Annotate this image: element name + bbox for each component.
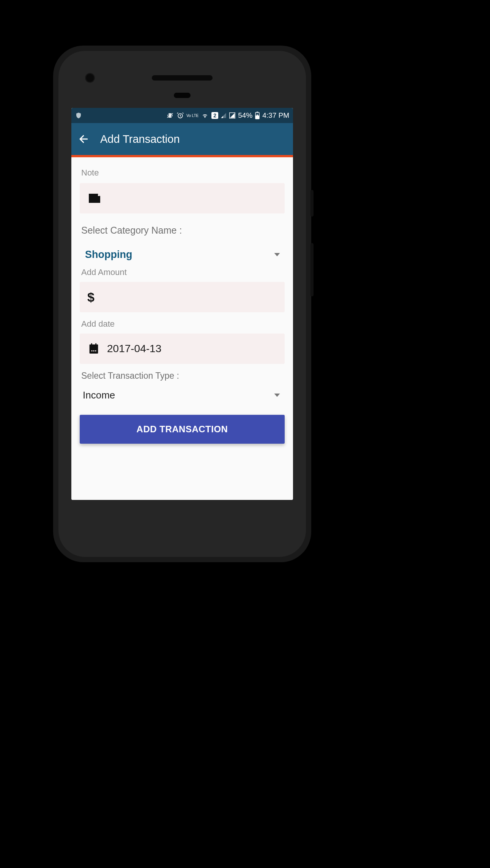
wifi-icon — [201, 112, 209, 119]
note-input[interactable] — [109, 193, 277, 204]
svg-point-9 — [95, 350, 96, 351]
note-label: Note — [81, 168, 285, 178]
add-transaction-button[interactable]: ADD TRANSACTION — [80, 415, 285, 444]
phone-sensor — [174, 93, 191, 98]
type-label: Select Transaction Type : — [81, 371, 285, 381]
status-bar: Vo LTE 2 54% — [71, 108, 293, 123]
dollar-icon: $ — [87, 290, 95, 305]
chevron-down-icon — [274, 394, 280, 397]
amount-field[interactable]: $ — [80, 282, 285, 312]
svg-rect-6 — [91, 347, 97, 353]
calendar-icon — [87, 342, 100, 355]
note-icon — [87, 193, 102, 204]
phone-camera — [85, 73, 95, 83]
svg-rect-4 — [257, 112, 258, 112]
screen: Vo LTE 2 54% — [71, 108, 293, 500]
submit-label: ADD TRANSACTION — [137, 424, 228, 435]
page-title: Add Transaction — [100, 133, 180, 145]
amount-label: Add Amount — [81, 267, 285, 277]
signal-strong-icon — [229, 112, 236, 119]
back-button[interactable] — [78, 133, 90, 145]
category-label: Select Category Name : — [81, 225, 285, 236]
volte-icon: Vo LTE — [186, 114, 199, 117]
battery-charging-icon — [255, 112, 260, 119]
category-value: Shopping — [85, 249, 132, 261]
vibrate-mute-icon — [166, 112, 174, 119]
svg-point-7 — [91, 350, 92, 351]
amount-input[interactable] — [101, 291, 277, 303]
arrow-left-icon — [78, 133, 90, 145]
phone-frame: Vo LTE 2 54% — [53, 46, 311, 562]
type-value: Income — [83, 389, 115, 401]
phone-bezel: Vo LTE 2 54% — [58, 51, 306, 557]
note-field[interactable] — [80, 183, 285, 213]
app-bar: Add Transaction — [71, 123, 293, 155]
sim-badge-icon: 2 — [211, 112, 218, 119]
category-dropdown[interactable]: Shopping — [80, 245, 285, 264]
signal-weak-icon — [221, 112, 227, 119]
chevron-down-icon — [274, 253, 280, 257]
date-field[interactable]: 2017-04-13 — [80, 334, 285, 364]
svg-point-8 — [93, 350, 94, 351]
shield-icon — [75, 112, 82, 119]
status-time: 4:37 PM — [262, 111, 289, 120]
date-label: Add date — [81, 319, 285, 329]
form-content: Note Select Category Name : Shopping Add… — [71, 157, 293, 500]
battery-percent: 54% — [238, 111, 252, 120]
phone-speaker — [152, 75, 213, 81]
date-value: 2017-04-13 — [107, 343, 161, 355]
type-dropdown[interactable]: Income — [80, 386, 285, 405]
phone-power-button — [310, 190, 314, 217]
alarm-icon — [176, 112, 184, 119]
phone-volume-button — [310, 243, 314, 296]
